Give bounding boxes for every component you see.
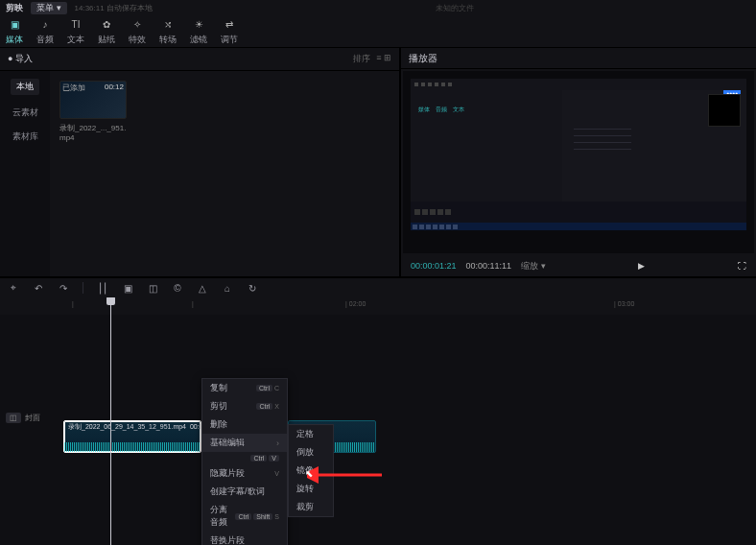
autosave-label: 14:36:11 自动保存本地: [75, 3, 153, 13]
ruler-mark: | 02:00: [345, 300, 366, 307]
menu-delete[interactable]: 删除: [202, 415, 287, 434]
transition-icon: ⤭: [160, 16, 176, 32]
ruler-mark: |: [192, 300, 194, 307]
submenu-rotate[interactable]: 旋转: [289, 480, 333, 498]
sidebar-item-cloud[interactable]: 云素材: [12, 107, 38, 119]
preview-panel: 播放器 媒体 音频 文本 ●●●●: [399, 48, 756, 276]
current-time: 00:00:01:21: [411, 261, 457, 271]
rotate-icon[interactable]: ↻: [247, 282, 258, 294]
tool-icon[interactable]: ⌂: [222, 282, 233, 294]
media-filename: 录制_2022_..._951.mp4: [59, 123, 127, 142]
text-icon: TI: [68, 16, 83, 32]
timeline-toolbar: ⌖ ↶ ↷ ⎮⎮ ▣ ◫ © △ ⌂ ↻: [0, 276, 756, 297]
tool-icon[interactable]: △: [197, 282, 208, 294]
ribbon-sticker[interactable]: ✿ 贴纸: [98, 16, 115, 46]
redo-icon[interactable]: ↷: [58, 282, 69, 294]
undo-icon[interactable]: ↶: [33, 282, 44, 294]
preview-title: 播放器: [401, 48, 756, 69]
audio-icon: ♪: [37, 16, 53, 32]
media-source-sidebar: 本地 云素材 素材库: [0, 71, 50, 276]
import-button[interactable]: ● 导入: [8, 53, 33, 65]
media-panel: ● 导入 排序 ≡ ⊞ 本地 云素材 素材库 已添加 00:12 录制_2022…: [0, 48, 399, 276]
timeline[interactable]: | | | 02:00 | 03:00 ◫ 封面 录制_2022_06_29_1…: [0, 297, 756, 545]
clip-label: 录制_2022_06_29_14_35_12_951.mp4 00:00:11:…: [68, 422, 201, 432]
view-mode-icons[interactable]: ≡ ⊞: [376, 53, 391, 65]
sticker-icon: ✿: [99, 16, 114, 32]
added-badge: 已添加: [62, 83, 85, 93]
playhead[interactable]: [110, 297, 111, 545]
play-button[interactable]: ▶: [638, 261, 645, 271]
filter-icon: ☀: [191, 16, 206, 32]
app-titlebar: 剪映 菜单 ▾ 14:36:11 自动保存本地 未知的文件: [0, 0, 756, 15]
menu-hide-clip[interactable]: 隐藏片段 V: [202, 464, 287, 483]
ribbon-audio[interactable]: ♪ 音频: [36, 16, 54, 46]
expand-icon[interactable]: ⛶: [738, 261, 746, 271]
mouse-cursor-icon: ⬉: [305, 468, 313, 479]
adjust-icon: ⇄: [222, 16, 237, 32]
menu-basic-edit[interactable]: 基础编辑: [202, 434, 287, 452]
ruler-mark: |: [72, 300, 74, 307]
ribbon-adjust[interactable]: ⇄ 调节: [221, 16, 238, 46]
menu-copy[interactable]: 复制 CtrlC: [202, 379, 287, 397]
sidebar-item-library[interactable]: 素材库: [12, 130, 38, 143]
main-menu-button[interactable]: 菜单 ▾: [31, 2, 67, 14]
menu-detach-audio[interactable]: 分离音频 CtrlShiftS: [202, 501, 287, 532]
media-thumbnail: 已添加 00:12: [59, 81, 127, 119]
duration-badge: 00:12: [105, 83, 124, 91]
preview-controls: 00:00:01:21 00:00:11:11 缩放 ▾ ▶ ⛶: [401, 255, 756, 276]
split-icon[interactable]: ⎮⎮: [97, 282, 108, 294]
preview-canvas[interactable]: 媒体 音频 文本 ●●●●: [411, 79, 746, 230]
submenu-reverse[interactable]: 倒放: [289, 443, 333, 462]
menu-cut[interactable]: 剪切 CtrlX: [202, 397, 287, 415]
menu-paste[interactable]: CtrlV: [202, 452, 287, 464]
tool-icon[interactable]: ©: [172, 282, 183, 294]
total-time: 00:00:11:11: [466, 261, 512, 271]
sidebar-item-local[interactable]: 本地: [11, 79, 39, 95]
media-item[interactable]: 已添加 00:12 录制_2022_..._951.mp4: [59, 81, 127, 142]
context-menu: 复制 CtrlC 剪切 CtrlX 删除 基础编辑 CtrlV 隐藏片段 V 创…: [201, 378, 288, 545]
menu-replace[interactable]: 替换片段: [202, 532, 287, 545]
effect-icon: ✧: [130, 16, 145, 32]
timeline-clip[interactable]: 录制_2022_06_29_14_35_12_951.mp4 00:00:11:…: [63, 420, 201, 453]
pointer-tool-icon[interactable]: ⌖: [8, 282, 19, 294]
submenu-crop[interactable]: 裁剪: [289, 498, 333, 516]
app-logo: 剪映: [6, 2, 23, 14]
tool-icon[interactable]: ◫: [147, 282, 158, 294]
submenu-freeze[interactable]: 定格: [289, 425, 333, 443]
media-grid: 已添加 00:12 录制_2022_..._951.mp4: [50, 71, 399, 276]
ribbon-text[interactable]: TI 文本: [67, 16, 84, 46]
sort-select[interactable]: 排序: [353, 53, 370, 65]
preview-frame-content: 媒体 音频 文本 ●●●●: [411, 79, 746, 230]
doc-title: 未知的文件: [160, 3, 750, 13]
ribbon-transition[interactable]: ⤭ 转场: [159, 16, 177, 46]
menu-subtitle[interactable]: 创建字幕/歌词: [202, 483, 287, 501]
ribbon-tabs: ▣ 媒体 ♪ 音频 TI 文本 ✿ 贴纸 ✧ 特效 ⤭ 转场 ☀ 滤镜 ⇄ 调节: [0, 15, 756, 48]
ribbon-filter[interactable]: ☀ 滤镜: [190, 16, 207, 46]
ruler-mark: | 03:00: [614, 300, 634, 307]
ribbon-media[interactable]: ▣ 媒体: [6, 16, 23, 46]
ribbon-effect[interactable]: ✧ 特效: [129, 16, 146, 46]
tool-icon[interactable]: ▣: [122, 282, 133, 294]
zoom-select[interactable]: 缩放 ▾: [521, 260, 546, 272]
media-icon: ▣: [7, 16, 22, 32]
